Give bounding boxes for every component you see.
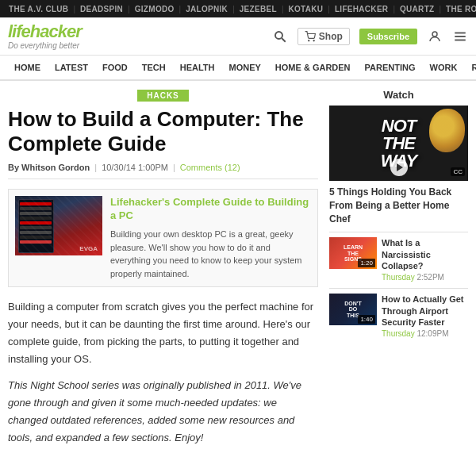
video-thumb-large[interactable]: NOT THE WAY CC [329, 106, 468, 181]
svg-point-4 [432, 32, 437, 36]
video-info-2: What Is a Narcissistic Collapse? Thursda… [382, 237, 468, 282]
svg-line-1 [282, 38, 286, 42]
video-meta-2: Thursday 2:52PM [382, 273, 468, 282]
bagel-image [429, 109, 465, 152]
duration-badge-2: 1:20 [358, 259, 375, 267]
top-nav-item-lifehacker[interactable]: LIFEHACKER [331, 5, 392, 13]
divider-2 [329, 288, 468, 289]
sidebar: Watch NOT THE WAY CC 5 Things Holding Yo… [329, 89, 468, 455]
hacks-badge[interactable]: HACKS [137, 90, 189, 102]
shop-button[interactable]: Shop [298, 28, 350, 45]
featured-image: EVGA [15, 196, 102, 255]
svg-point-2 [308, 40, 309, 40]
main-navigation: HOME LATEST FOOD TECH HEALTH MONEY HOME … [0, 56, 476, 81]
top-navigation: THE A.V. CLUB | DEADSPIN | GIZMODO | JAL… [0, 0, 476, 17]
article-author: By Whitson Gordon [8, 163, 90, 172]
article-meta: By Whitson Gordon | 10/30/14 1:00PM | Co… [8, 163, 318, 179]
subscribe-button[interactable]: Subscribe [359, 29, 417, 44]
video-title-2[interactable]: What Is a Narcissistic Collapse? [382, 237, 468, 271]
article-date: 10/30/14 1:00PM [102, 163, 168, 172]
nav-food[interactable]: FOOD [96, 55, 134, 80]
watch-label: Watch [329, 89, 468, 101]
nav-health[interactable]: HEALTH [174, 55, 221, 80]
article-para-2: This Night School series was originally … [8, 377, 318, 447]
top-nav-item-avclub[interactable]: THE A.V. CLUB [5, 5, 72, 13]
site-logo[interactable]: lifehacker [8, 23, 82, 40]
divider [329, 232, 468, 232]
header-actions: Shop Subscribe [272, 28, 468, 45]
nav-work[interactable]: WORK [424, 55, 464, 80]
video-item-3[interactable]: DON'T DO THIS 1:40 How to Actually Get T… [329, 294, 468, 338]
svg-point-3 [313, 40, 314, 40]
article-body: Building a computer from scratch gives y… [8, 298, 318, 447]
cc-badge: CC [451, 167, 465, 176]
menu-icon[interactable] [452, 29, 468, 44]
top-nav-item-jalopnik[interactable]: JALOPNIK [182, 5, 232, 13]
video-item-2[interactable]: LEARN THE SIGNS 1:20 What Is a Narcissis… [329, 237, 468, 282]
video-meta-3: Thursday 12:09PM [382, 329, 468, 338]
duration-badge-3: 1:40 [358, 315, 375, 324]
top-nav-item-kotaku[interactable]: KOTAKU [284, 5, 327, 13]
article-comments-link[interactable]: Comments (12) [180, 163, 240, 172]
main-content: HACKS How to Build a Computer: The Compl… [8, 89, 318, 455]
video-background-1: NOT THE WAY CC [329, 106, 468, 181]
article-para-1: Building a computer from scratch gives y… [8, 298, 318, 368]
logo-area: lifehacker Do everything better [8, 23, 82, 50]
top-nav-item-gizmodo[interactable]: GIZMODO [131, 5, 178, 13]
nav-relationships[interactable]: RELATIONSHIPS [465, 55, 476, 80]
featured-text: Lifehacker's Complete Guide to Building … [110, 196, 311, 280]
video-thumb-2: LEARN THE SIGNS 1:20 [329, 237, 377, 269]
featured-body: Building your own desktop PC is a great,… [110, 228, 311, 280]
large-video-title[interactable]: 5 Things Holding You Back From Being a B… [329, 186, 468, 225]
site-tagline: Do everything better [8, 41, 82, 50]
content-wrapper: HACKS How to Build a Computer: The Compl… [0, 81, 476, 463]
hacks-tag: HACKS [8, 89, 318, 101]
featured-title[interactable]: Lifehacker's Complete Guide to Building … [110, 196, 311, 223]
search-icon[interactable] [272, 29, 288, 44]
video-thumb-3: DON'T DO THIS 1:40 [329, 294, 377, 325]
play-button[interactable] [390, 159, 408, 176]
nav-money[interactable]: MONEY [223, 55, 267, 80]
svg-point-0 [275, 32, 282, 39]
top-nav-item-theroot[interactable]: THE ROOT [442, 5, 476, 13]
top-nav-item-quartz[interactable]: QUARTZ [396, 5, 438, 13]
site-header: lifehacker Do everything better Shop Sub… [0, 17, 476, 56]
top-nav-item-jezebel[interactable]: JEZEBEL [236, 5, 281, 13]
video-info-3: How to Actually Get Through Airport Secu… [382, 294, 468, 338]
article-title: How to Build a Computer: The Complete Gu… [8, 107, 318, 156]
nav-parenting[interactable]: PARENTING [359, 55, 422, 80]
nav-latest[interactable]: LATEST [48, 55, 94, 80]
nav-home[interactable]: HOME [8, 55, 47, 80]
nav-home-garden[interactable]: HOME & GARDEN [269, 55, 357, 80]
featured-box: EVGA Lifehacker's Complete Guide to Buil… [8, 189, 318, 287]
user-icon[interactable] [427, 29, 443, 44]
nav-tech[interactable]: TECH [136, 55, 172, 80]
top-nav-item-deadspin[interactable]: DEADSPIN [76, 5, 127, 13]
video-title-3[interactable]: How to Actually Get Through Airport Secu… [382, 294, 468, 328]
